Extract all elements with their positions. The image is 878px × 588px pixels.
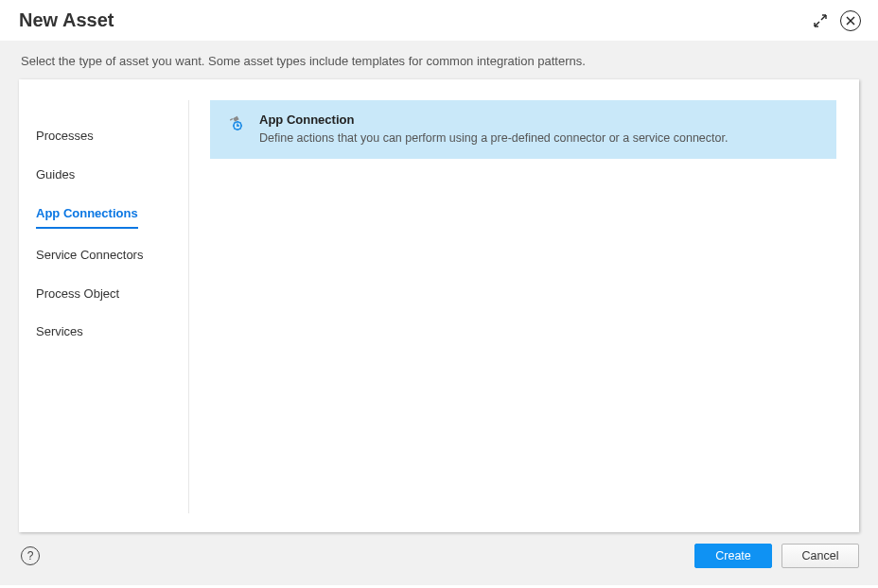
asset-card-title: App Connection — [259, 112, 819, 127]
sidebar-item-service-connectors[interactable]: Service Connectors — [36, 236, 143, 275]
dialog-title: New Asset — [19, 9, 114, 31]
dialog-footer: ? Create Cancel — [19, 544, 859, 568]
svg-line-0 — [815, 22, 819, 26]
dialog-header: New Asset — [0, 0, 878, 41]
asset-card-app-connection[interactable]: App Connection Define actions that you c… — [210, 100, 836, 159]
asset-template-area: App Connection Define actions that you c… — [189, 100, 836, 513]
expand-icon[interactable] — [810, 10, 831, 31]
svg-rect-8 — [230, 118, 233, 121]
asset-card-texts: App Connection Define actions that you c… — [259, 112, 819, 147]
asset-type-sidebar: Processes Guides App Connections Service… — [34, 100, 189, 513]
dialog-body: Select the type of asset you want. Some … — [0, 41, 878, 585]
sidebar-item-app-connections[interactable]: App Connections — [36, 195, 138, 229]
selection-panel: Processes Guides App Connections Service… — [19, 79, 859, 532]
sidebar-item-process-object[interactable]: Process Object — [36, 275, 119, 314]
sidebar-item-guides[interactable]: Guides — [36, 156, 75, 195]
svg-line-3 — [821, 15, 826, 20]
asset-card-description: Define actions that you can perform usin… — [259, 130, 819, 147]
instruction-text: Select the type of asset you want. Some … — [19, 54, 859, 68]
create-button[interactable]: Create — [694, 544, 772, 568]
header-actions — [810, 10, 861, 31]
close-icon[interactable] — [840, 10, 861, 31]
sidebar-item-services[interactable]: Services — [36, 313, 83, 352]
help-icon[interactable]: ? — [21, 546, 40, 565]
sidebar-item-processes[interactable]: Processes — [36, 117, 94, 156]
svg-point-10 — [237, 125, 238, 127]
footer-buttons: Create Cancel — [694, 544, 859, 568]
connector-icon — [227, 113, 246, 132]
cancel-button[interactable]: Cancel — [781, 544, 859, 568]
